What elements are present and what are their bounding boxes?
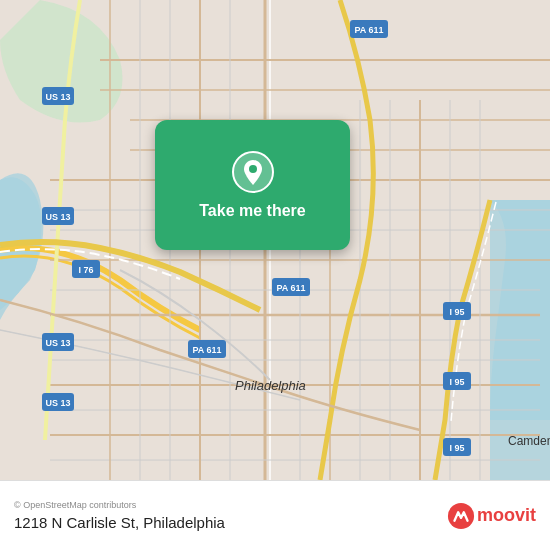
svg-text:I 95: I 95 xyxy=(449,443,464,453)
address-label: 1218 N Carlisle St, Philadelphia xyxy=(14,514,225,531)
svg-text:US 13: US 13 xyxy=(45,92,70,102)
bottom-bar: © OpenStreetMap contributors 1218 N Carl… xyxy=(0,480,550,550)
take-me-there-label: Take me there xyxy=(199,202,305,220)
osm-attribution: © OpenStreetMap contributors xyxy=(14,500,225,510)
svg-text:US 13: US 13 xyxy=(45,398,70,408)
take-me-there-card[interactable]: Take me there xyxy=(155,120,350,250)
svg-text:Philadelphia: Philadelphia xyxy=(235,378,306,393)
moovit-text-label: moovit xyxy=(477,505,536,526)
location-pin-icon xyxy=(231,150,275,194)
svg-text:I 95: I 95 xyxy=(449,307,464,317)
bottom-left-info: © OpenStreetMap contributors 1218 N Carl… xyxy=(14,500,225,531)
moovit-logo: moovit xyxy=(447,502,536,530)
svg-text:PA 611: PA 611 xyxy=(276,283,305,293)
svg-point-57 xyxy=(249,165,257,173)
svg-text:I 76: I 76 xyxy=(78,265,93,275)
svg-text:Camden: Camden xyxy=(508,434,550,448)
svg-text:PA 611: PA 611 xyxy=(354,25,383,35)
svg-text:US 13: US 13 xyxy=(45,212,70,222)
moovit-icon xyxy=(447,502,475,530)
svg-text:I 95: I 95 xyxy=(449,377,464,387)
svg-text:US 13: US 13 xyxy=(45,338,70,348)
svg-text:PA 611: PA 611 xyxy=(192,345,221,355)
map-container: Philadelphia Camden US 13 US 13 US 13 US… xyxy=(0,0,550,480)
